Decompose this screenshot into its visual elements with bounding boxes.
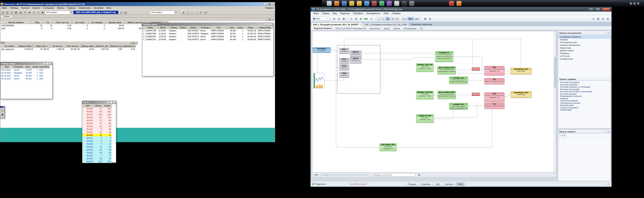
toolbar-icon[interactable]: ◨ bbox=[18, 11, 22, 14]
dom-window-caption[interactable]: Si25 (F... – ▣ × bbox=[82, 101, 116, 104]
column-header[interactable]: Накоплен. дох. bbox=[95, 45, 110, 48]
column-header[interactable]: Вариац. марж. bbox=[80, 45, 95, 48]
view-tab[interactable]: Лог bbox=[418, 27, 425, 30]
mini-panel-button[interactable]: С bbox=[0, 108, 4, 112]
table-row[interactable]: 3. 124958240212:00:04Нормал...Si25 |FORT… bbox=[142, 35, 273, 38]
menu-item[interactable]: Таблицы bbox=[8, 7, 20, 9]
block-close-position1[interactable]: За1 Закрытие позиции по table pr bbox=[484, 78, 504, 84]
sort-az-button[interactable]: ≡ А-Я bbox=[559, 134, 566, 137]
table-row[interactable]: 4. 124966211512:59:58Нормал...Si25 |FORT… bbox=[142, 38, 273, 41]
taskbar-app-icon[interactable] bbox=[387, 1, 392, 6]
column-header[interactable]: Цена bbox=[23, 65, 32, 68]
toolbar-icon[interactable]: ▦ bbox=[423, 17, 428, 21]
script-editor-canvas[interactable]: Источник1 (инструмент) Макс Максимум Мак… bbox=[312, 31, 556, 172]
table-row[interactable]: Ден.средства73 644.3270 749.327 049.2666… bbox=[1, 48, 136, 51]
column-header[interactable]: Цена bbox=[82, 104, 94, 107]
toolbox-category[interactable]: Market Position bbox=[558, 49, 610, 52]
toolbar-icon[interactable]: ✉ bbox=[10, 11, 14, 14]
column-header[interactable]: Биржевые сб. bbox=[123, 45, 136, 48]
toolbar-icon[interactable]: ▣ bbox=[596, 17, 600, 21]
close-tab-icon[interactable]: × bbox=[360, 24, 361, 26]
toolbar-icon[interactable]: ▣ bbox=[40, 11, 44, 14]
menu-item[interactable]: Новости bbox=[31, 7, 42, 9]
run-all-button[interactable]: ▶▶ bbox=[364, 17, 368, 21]
menu-item[interactable]: Инструменты bbox=[365, 12, 382, 15]
timeframe-button[interactable]: 30 bbox=[390, 17, 395, 21]
block-extra-condition1[interactable]: доп_условие_ОШ1 Логическая формула Макс[… bbox=[438, 66, 456, 74]
taskbar-app-icon[interactable] bbox=[327, 1, 332, 6]
minimize-button[interactable]: – bbox=[43, 63, 46, 65]
workspace-tab-positions[interactable]: Positions bbox=[1, 15, 12, 18]
block-open-position2[interactable]: ОШ2 Открытие позиции вдоль Волы Название… bbox=[484, 92, 504, 102]
toolbox-panel-header[interactable]: Панель инструментов ▾✕ bbox=[558, 31, 610, 35]
toolbox-item[interactable]: Формула bbox=[558, 97, 610, 100]
toolbar-icon[interactable]: ▤ bbox=[601, 17, 605, 21]
toolbox-category[interactable]: Пользовательские bbox=[558, 41, 610, 44]
toolbox-item[interactable]: Логическая формула bbox=[558, 100, 610, 102]
toolbar-icon[interactable]: ▤ bbox=[332, 17, 336, 21]
table-row[interactable]: 66 64625115 bbox=[82, 116, 112, 119]
menu-item[interactable]: Справка bbox=[390, 12, 402, 15]
block-entry-price2[interactable]: ЦенаВхода_ОШ2 Цена Входа bbox=[511, 91, 532, 98]
statusbar-tab[interactable]: Позиции bbox=[406, 182, 418, 186]
block-extra-condition2[interactable]: доп_условие_ОШ2 Логическая формула Макс[… bbox=[438, 91, 456, 99]
menu-item[interactable]: Файл bbox=[312, 12, 320, 15]
column-header[interactable]: Объем bbox=[244, 26, 257, 29]
taskbar-app-icon[interactable] bbox=[394, 1, 399, 6]
menu-item[interactable]: Окна bbox=[382, 12, 390, 15]
menu-item[interactable]: Редактор bbox=[338, 12, 351, 15]
chevron-down-icon[interactable]: ▼ bbox=[326, 18, 328, 20]
doc-tab-script-manager[interactable]: Управление скриптами bbox=[409, 23, 434, 26]
column-header[interactable]: Тип лимита bbox=[1, 45, 18, 48]
view-tab[interactable]: Доход bbox=[382, 27, 391, 30]
toolbar-icon[interactable]: ▥ bbox=[606, 17, 610, 21]
column-header[interactable]: Период bbox=[168, 26, 179, 29]
instrument-combo-2[interactable]: <Не указан>▼ bbox=[150, 11, 178, 14]
menu-item[interactable]: Файл bbox=[0, 7, 8, 9]
account-combo[interactable]: BCS ▼ bbox=[312, 17, 329, 21]
toolbar-icon[interactable]: ◫ bbox=[349, 17, 354, 21]
toolbox-category[interactable]: Индикаторы bbox=[558, 47, 610, 49]
column-header[interactable]: Заявка bbox=[179, 26, 187, 29]
tray-icon[interactable] bbox=[634, 3, 636, 5]
block-open[interactable]: Откр Открытие bbox=[340, 64, 349, 70]
minimize-button[interactable]: – bbox=[588, 8, 594, 11]
toolbox-item[interactable]: Источник (значение) bbox=[558, 84, 610, 86]
column-header[interactable]: Операция bbox=[13, 65, 23, 68]
timeframe-button[interactable]: 1 bbox=[377, 17, 381, 21]
chevron-down-icon[interactable]: ▾ bbox=[606, 131, 607, 133]
column-header[interactable]: Код бумаги bbox=[38, 65, 50, 68]
timeframe-button[interactable]: 5 bbox=[381, 17, 385, 21]
search-icon[interactable] bbox=[417, 173, 421, 177]
close-button[interactable]: × bbox=[271, 18, 274, 20]
block-close[interactable]: Закр Закрытие bbox=[340, 72, 349, 78]
minimize-button[interactable]: – bbox=[129, 42, 132, 44]
menu-item[interactable]: Торговля bbox=[20, 7, 31, 9]
column-header[interactable]: Время bbox=[158, 26, 168, 29]
column-header[interactable]: Тек.чист.поз. bbox=[50, 45, 65, 48]
column-header[interactable]: Лимит откр. п. bbox=[34, 45, 50, 48]
toolbar-icon[interactable]: ◫ bbox=[119, 11, 123, 14]
statusbar-tab[interactable]: торговля bbox=[443, 182, 455, 186]
taskbar-app-icon[interactable] bbox=[379, 1, 384, 6]
block-min-za[interactable]: МинЗа Минимум за bbox=[350, 57, 361, 63]
toolbar-icon[interactable]: ↺ bbox=[23, 11, 27, 14]
table-row[interactable]: 66 6452190 bbox=[82, 119, 112, 122]
block-close-position2[interactable]: За2 Закрытие позиции по table pr bbox=[484, 103, 504, 109]
toolbar-icon[interactable]: ▥ bbox=[337, 17, 341, 21]
table-row[interactable]: 66 6341329 bbox=[82, 145, 112, 148]
toolbar-icon[interactable]: + bbox=[186, 11, 190, 14]
toolbox-item[interactable]: Связанный параметр bbox=[558, 107, 610, 109]
close-button[interactable]: × bbox=[602, 8, 610, 11]
view-tab[interactable]: Редактор (Скрипт) bbox=[312, 27, 334, 30]
column-header[interactable]: Краткое название bbox=[1, 21, 32, 24]
orders-window-caption[interactable]: Таблица заявок – ▣ × bbox=[0, 62, 52, 65]
column-header[interactable]: Колво bbox=[32, 65, 38, 68]
limits-child-caption[interactable]: Si25 – ▣ × bbox=[0, 41, 138, 44]
table-row[interactable]: 05.10.2011Продажа64 6251Si25 bbox=[1, 71, 50, 74]
table-row[interactable]: 66 64921363 bbox=[82, 107, 112, 110]
toolbar-icon[interactable]: ◈ bbox=[181, 11, 185, 14]
column-header[interactable]: Премия по сд. bbox=[110, 45, 123, 48]
position-block-icon[interactable] bbox=[472, 93, 476, 96]
table-row[interactable]: 66 6322065 bbox=[82, 151, 112, 154]
